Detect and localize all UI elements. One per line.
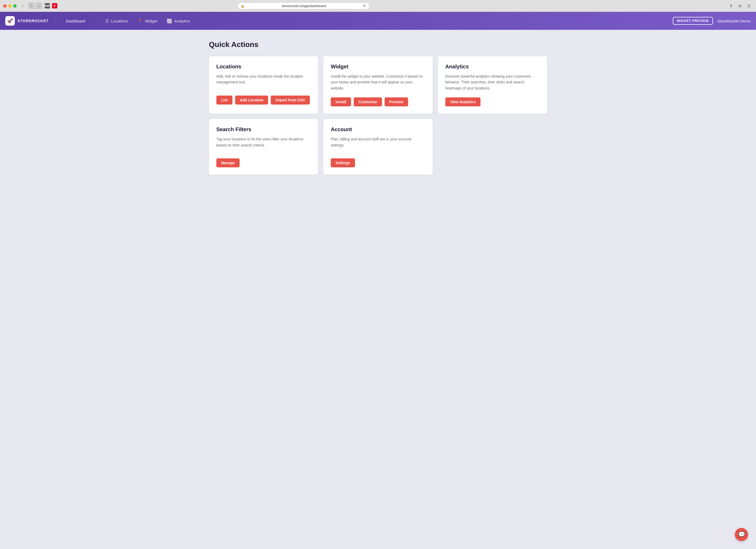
account-card-title: Account (331, 127, 425, 133)
locations-card-desc: Add, edit or remove your locations insid… (216, 73, 311, 89)
preview-button[interactable]: Preview (385, 97, 408, 106)
account-card: Account Plan, billing and account stuff … (323, 119, 432, 175)
nav-analytics-label: Analytics (174, 19, 190, 23)
dashboard-label: Dashboard (60, 19, 90, 23)
nav-locations[interactable]: ☰ Locations (101, 16, 132, 26)
import-csv-button[interactable]: Import from CSV (271, 96, 310, 105)
analytics-icon: 📈 (167, 18, 172, 24)
analytics-card-desc: Discover powerful analytics showing your… (445, 73, 540, 91)
tabs-button[interactable]: ⊞ (736, 2, 744, 10)
add-location-button[interactable]: Add Location (235, 96, 268, 105)
sidebar-button[interactable]: ☰ (745, 2, 753, 10)
widget-card-desc: Install the widget to your website. Cust… (331, 73, 425, 91)
main-content: Quick Actions Locations Add, edit or rem… (193, 30, 563, 185)
list-button[interactable]: List (216, 96, 232, 105)
settings-button[interactable]: Settings (331, 158, 355, 167)
manage-button[interactable]: Manage (216, 158, 240, 167)
nav-widget-label: Widget (145, 19, 157, 23)
bottom-cards-grid: Search Filters Tag your locations to let… (209, 119, 547, 175)
widget-card-title: Widget (331, 64, 425, 70)
pinterest-favicon: P (52, 3, 57, 8)
nav-widget[interactable]: 📍 Widget (133, 16, 162, 26)
widget-card-actions: Install Customize Preview (331, 97, 425, 106)
url-text: storerocket.io/app/dashboard (246, 4, 361, 8)
page-title: Quick Actions (209, 40, 547, 49)
back-button[interactable]: ‹ (28, 3, 35, 9)
customize-button[interactable]: Customize (354, 97, 382, 106)
close-button[interactable] (3, 4, 7, 8)
user-label: StoreRocket Demo (717, 19, 751, 23)
brand: 🚀 STOREROCKET (5, 16, 55, 26)
analytics-card: Analytics Discover powerful analytics sh… (438, 56, 547, 114)
search-filters-card-actions: Manage (216, 158, 311, 167)
favicon-area: AMP P (45, 3, 57, 8)
brand-name: STOREROCKET (17, 19, 49, 23)
home-button[interactable]: ⌂ (19, 3, 26, 9)
locations-card-actions: List Add Location Import from CSV (216, 96, 311, 105)
search-filters-card-title: Search Filters (216, 127, 311, 133)
nav-analytics[interactable]: 📈 Analytics (162, 16, 194, 26)
forward-button[interactable]: › (36, 3, 42, 9)
top-cards-grid: Locations Add, edit or remove your locat… (209, 56, 547, 114)
empty-placeholder (438, 119, 547, 175)
share-button[interactable]: ⬆ (727, 2, 735, 10)
search-filters-card-desc: Tag your locations to let the users filt… (216, 136, 311, 152)
minimize-button[interactable] (8, 4, 12, 8)
address-bar[interactable]: 🔒 storerocket.io/app/dashboard ↻ (237, 2, 370, 9)
widget-icon: 📍 (138, 18, 143, 24)
app-header: 🚀 STOREROCKET Dashboard ☰ Locations 📍 Wi… (0, 12, 756, 30)
locations-card: Locations Add, edit or remove your locat… (209, 56, 318, 114)
analytics-card-actions: View Analytics (445, 97, 540, 106)
account-card-actions: Settings (331, 158, 425, 167)
account-card-desc: Plan, billing and account stuff are in y… (331, 136, 425, 152)
refresh-button[interactable]: ↻ (363, 4, 366, 8)
brand-logo: 🚀 (5, 16, 15, 26)
view-analytics-button[interactable]: View Analytics (445, 97, 480, 106)
main-nav: ☰ Locations 📍 Widget 📈 Analytics (101, 16, 194, 26)
nav-locations-label: Locations (111, 19, 128, 23)
widget-preview-button[interactable]: WIDGET PREVIEW (673, 17, 713, 25)
analytics-card-title: Analytics (445, 64, 540, 70)
traffic-lights (3, 4, 17, 8)
header-right: WIDGET PREVIEW StoreRocket Demo (673, 17, 751, 25)
browser-nav: ‹ › (28, 3, 42, 9)
fullscreen-button[interactable] (13, 4, 17, 8)
widget-card: Widget Install the widget to your websit… (323, 56, 432, 114)
amp-favicon: AMP (45, 3, 50, 8)
locations-card-title: Locations (216, 64, 311, 70)
browser-chrome: ⌂ ‹ › AMP P 🔒 storerocket.io/app/dashboa… (0, 0, 756, 12)
chat-icon: 💬 (738, 531, 745, 538)
browser-actions: ⬆ ⊞ ☰ (727, 2, 753, 10)
locations-icon: ☰ (105, 18, 109, 24)
chat-bubble[interactable]: 💬 (735, 528, 748, 541)
install-button[interactable]: Install (331, 97, 351, 106)
lock-icon: 🔒 (241, 4, 245, 8)
search-filters-card: Search Filters Tag your locations to let… (209, 119, 318, 175)
